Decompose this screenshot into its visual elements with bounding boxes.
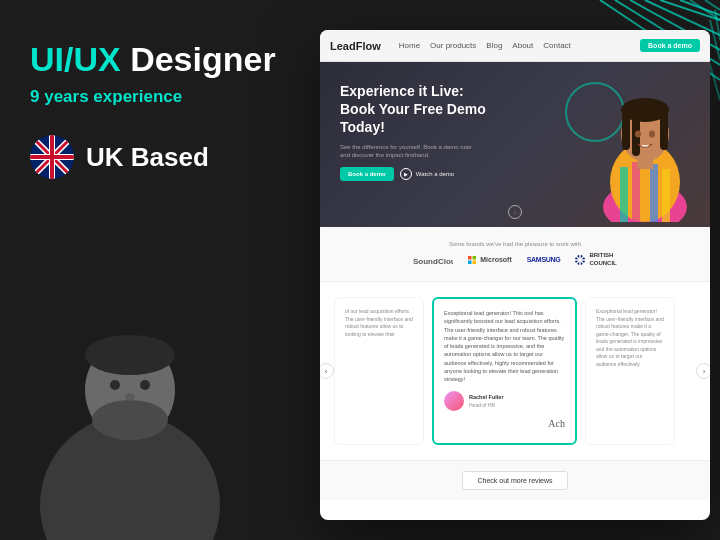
author-info-2: Rachel Fuller Head of HR: [469, 393, 504, 409]
watch-demo-label: Watch a demo: [416, 171, 454, 177]
testimonial-card-2: Exceptional lead generator! This tool ha…: [432, 297, 577, 445]
testimonial-prev-button[interactable]: ‹: [320, 363, 334, 379]
svg-rect-48: [473, 260, 477, 264]
nav-links: Home Our products Blog About Contact: [399, 41, 632, 50]
nav-home[interactable]: Home: [399, 41, 420, 50]
testimonial-text-3: Exceptional lead generator! The user-fri…: [596, 308, 664, 368]
signature-2: Ach: [548, 416, 565, 431]
svg-point-29: [125, 393, 135, 401]
svg-text:SoundCloud: SoundCloud: [413, 257, 453, 266]
browser-navbar: LeadFlow Home Our products Blog About Co…: [320, 30, 710, 62]
svg-point-28: [140, 380, 150, 390]
book-demo-button[interactable]: Book a demo: [340, 167, 394, 181]
watch-demo-button[interactable]: ▶ Watch a demo: [400, 168, 454, 180]
nav-contact[interactable]: Contact: [543, 41, 571, 50]
nav-blog[interactable]: Blog: [486, 41, 502, 50]
hero-subtitle: See the difference for yourself. Book a …: [340, 143, 480, 160]
play-icon: ▶: [400, 168, 412, 180]
person-silhouette: [0, 275, 260, 540]
brand-microsoft: Microsoft: [468, 256, 512, 264]
testimonial-text-1: of our lead acquisition efforts. The use…: [345, 308, 413, 338]
author-name-2: Rachel Fuller: [469, 393, 504, 401]
check-reviews-button[interactable]: Check out more reviews: [462, 471, 567, 490]
nav-about[interactable]: About: [512, 41, 533, 50]
brand-soundcloud: SoundCloud: [413, 254, 453, 266]
brand-logo: LeadFlow: [330, 40, 381, 52]
nav-cta-button[interactable]: Book a demo: [640, 39, 700, 52]
experience-text: 9 years experience: [30, 87, 280, 107]
brands-title: Some brands we've had the pleasure to wo…: [449, 241, 581, 247]
title-uiux: UI/UX: [30, 40, 121, 78]
testimonial-author-2: Rachel Fuller Head of HR: [444, 391, 565, 411]
uk-flag: [30, 135, 74, 179]
uk-based-container: UK Based: [30, 135, 280, 179]
svg-point-43: [649, 131, 655, 138]
hero-section: Experience it Live: Book Your Free Demo …: [320, 62, 710, 227]
hero-person: [600, 82, 700, 227]
left-section: UI/UX Designer 9 years experience: [0, 0, 310, 540]
svg-point-42: [635, 131, 641, 138]
testimonial-card-1: of our lead acquisition efforts. The use…: [334, 297, 424, 445]
person-photo: [0, 275, 280, 540]
scroll-indicator: ↓: [508, 205, 522, 219]
brand-samsung: SAMSUNG: [527, 256, 561, 263]
testimonials-section: ‹ of our lead acquisition efforts. The u…: [320, 282, 710, 460]
svg-point-26: [92, 400, 168, 440]
svg-rect-35: [662, 169, 670, 222]
svg-rect-41: [660, 110, 668, 150]
title-heading: UI/UX Designer: [30, 40, 280, 79]
svg-rect-34: [650, 164, 658, 222]
bottom-bar: Check out more reviews: [320, 460, 710, 500]
hero-title: Experience it Live: Book Your Free Demo …: [340, 82, 500, 137]
svg-rect-33: [632, 162, 640, 222]
title-designer: Designer: [121, 40, 276, 78]
author-avatar-2: [444, 391, 464, 411]
svg-rect-47: [468, 260, 472, 264]
brands-section: Some brands we've had the pleasure to wo…: [320, 227, 710, 282]
svg-rect-45: [468, 256, 472, 260]
nav-products[interactable]: Our products: [430, 41, 476, 50]
testimonial-card-3: Exceptional lead generator! The user-fri…: [585, 297, 675, 445]
uk-based-text: UK Based: [86, 142, 209, 173]
brand-british-council: BRITISHCOUNCIL: [575, 252, 616, 266]
author-title-2: Head of HR: [469, 402, 504, 410]
testimonial-next-button[interactable]: ›: [696, 363, 710, 379]
browser-mockup: LeadFlow Home Our products Blog About Co…: [320, 30, 710, 520]
testimonial-text-2: Exceptional lead generator! This tool ha…: [444, 309, 565, 383]
svg-point-25: [85, 335, 175, 375]
svg-rect-46: [473, 256, 477, 260]
svg-rect-32: [620, 167, 628, 222]
brands-logos: SoundCloud Microsoft SAMSUNG: [413, 252, 617, 266]
svg-rect-21: [30, 155, 74, 159]
svg-rect-39: [622, 110, 630, 150]
svg-point-27: [110, 380, 120, 390]
